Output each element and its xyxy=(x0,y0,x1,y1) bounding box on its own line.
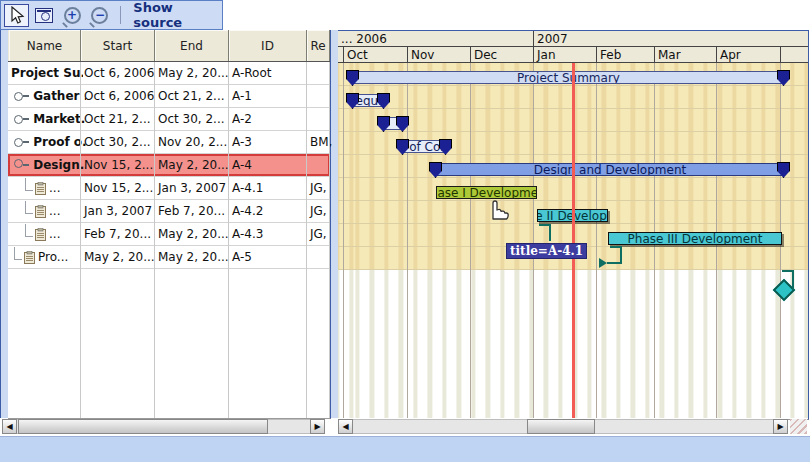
id-cell: A-3 xyxy=(229,131,310,153)
table-row[interactable]: Market...Oct 21, 2...Oct 30, 2...A-2 xyxy=(8,108,330,131)
task-name-cell: Market... xyxy=(9,108,86,130)
tree-collapsed-handle-icon[interactable] xyxy=(14,92,23,101)
end-cell: May 2, 20... xyxy=(155,154,232,176)
zoom-region-icon xyxy=(35,8,53,23)
task-name-cell: ... xyxy=(9,200,83,222)
month-cell-dec: Dec xyxy=(470,47,533,62)
task-name-label: Pro... xyxy=(38,250,68,264)
tree-collapsed-handle-icon[interactable] xyxy=(14,138,23,147)
task-name-label: ... xyxy=(49,204,60,218)
dependency-arrow-icon xyxy=(599,258,607,268)
id-cell: A-4 xyxy=(229,154,310,176)
month-cell-jan: Jan xyxy=(533,47,596,62)
tree-collapsed-handle-icon[interactable] xyxy=(14,115,23,124)
task-name-label: Gather ... xyxy=(33,89,86,103)
task-icon xyxy=(35,182,46,195)
tree-branch-line xyxy=(25,178,33,191)
tree-branch-line xyxy=(14,247,22,260)
start-cell: Nov 15, 2... xyxy=(81,177,158,199)
table-row[interactable]: Project Su...Oct 6, 2006May 2, 20...A-Ro… xyxy=(8,62,330,85)
scrollbar-thumb[interactable] xyxy=(18,419,268,434)
task-name-cell: Proof o... xyxy=(9,131,86,153)
today-line xyxy=(572,63,575,418)
gantt-bar-label: Phase III Development xyxy=(628,232,763,245)
start-cell: Feb 7, 20... xyxy=(81,223,158,245)
gantt-horizontal-scrollbar[interactable]: ◀ ▶ xyxy=(338,419,788,434)
id-cell: A-4.2 xyxy=(229,200,310,222)
end-cell: Oct 21, 2... xyxy=(155,85,232,107)
zoom-region-button[interactable] xyxy=(32,4,57,27)
column-header-end[interactable]: End xyxy=(155,30,229,61)
end-cell: Nov 20, 2... xyxy=(155,131,232,153)
zoom-in-icon: + xyxy=(64,7,81,24)
column-header-id[interactable]: ID xyxy=(229,30,307,61)
end-cell: May 2, 20... xyxy=(155,62,232,84)
column-gridline xyxy=(228,62,229,418)
zoom-in-button[interactable]: + xyxy=(60,4,85,27)
scroll-left-button[interactable]: ◀ xyxy=(338,419,353,434)
table-header: NameStartEndIDRe xyxy=(8,30,330,62)
task-name-label: ... xyxy=(49,227,60,241)
task-name-cell: Pro... xyxy=(9,246,83,268)
start-cell: May 2, 20... xyxy=(81,246,158,268)
table-row[interactable]: Proof o...Oct 30, 2...Nov 20, 2...A-3BM, xyxy=(8,131,330,154)
dependency-line xyxy=(549,224,551,241)
id-cell: A-2 xyxy=(229,108,310,130)
task-name-label: Market... xyxy=(33,112,86,126)
task-name-cell: ... xyxy=(9,177,83,199)
table-row[interactable]: ...Nov 15, 2...Jan 3, 2007A-4.1JG, xyxy=(8,177,330,200)
task-name-cell: ... xyxy=(9,223,83,245)
month-gridline xyxy=(470,63,471,418)
column-header-start[interactable]: Start xyxy=(81,30,155,61)
tree-handle-line xyxy=(23,95,29,97)
tree-branch-line xyxy=(25,201,33,214)
month-gridline xyxy=(533,63,534,418)
column-gridline xyxy=(154,62,155,418)
table-row[interactable]: ...Jan 3, 2007Feb 7, 20...A-4.2JG, xyxy=(8,200,330,223)
tree-expanded-handle-icon[interactable] xyxy=(14,159,23,168)
table-row[interactable]: Gather ...Oct 6, 2006Oct 21, 2...A-1 xyxy=(8,85,330,108)
column-header-re[interactable]: Re xyxy=(307,30,330,61)
scroll-right-button[interactable]: ▶ xyxy=(310,419,325,434)
timeline-year-row: ... 2006 2007 xyxy=(338,31,808,47)
month-cell-oct: Oct xyxy=(343,47,407,62)
month-gridline xyxy=(596,63,597,418)
task-name-label: ... xyxy=(49,181,60,195)
task-icon xyxy=(24,251,35,264)
table-row[interactable]: ...Feb 7, 20...May 2, 20...A-4.3JG, xyxy=(8,223,330,246)
id-cell: A-4.1 xyxy=(229,177,310,199)
month-cell-mar: Mar xyxy=(654,47,716,62)
scroll-right-button[interactable]: ▶ xyxy=(773,419,788,434)
start-cell: Nov 15, 2... xyxy=(81,154,158,176)
scroll-left-button[interactable]: ◀ xyxy=(2,419,17,434)
task-name-cell: Design... xyxy=(9,154,86,176)
select-tool-button[interactable] xyxy=(4,4,29,27)
column-gridline xyxy=(80,62,81,418)
gantt-bar[interactable]: Phase III Development xyxy=(608,232,782,245)
end-cell: Oct 30, 2... xyxy=(155,108,232,130)
tooltip: title=A-4.1 xyxy=(506,243,587,259)
task-name-label: Proof o... xyxy=(33,135,86,149)
tree-handle-line xyxy=(23,141,29,143)
hand-cursor-icon xyxy=(485,193,511,221)
task-name-label: Project Su... xyxy=(11,66,83,80)
end-cell: May 2, 20... xyxy=(155,246,232,268)
column-header-name[interactable]: Name xyxy=(9,30,81,61)
task-icon xyxy=(35,205,46,218)
gantt-bar[interactable]: Design and Development xyxy=(436,163,784,176)
gantt-chart-panel: ... 2006 2007 OctNovDecJanFebMarApr Proj… xyxy=(338,30,809,420)
zoom-out-button[interactable]: − xyxy=(88,4,113,27)
gantt-bar[interactable]: Project Summary xyxy=(353,71,784,84)
column-gridline xyxy=(329,62,330,418)
cursor-arrow-icon xyxy=(8,6,25,24)
dependency-line xyxy=(607,262,622,264)
scrollbar-thumb[interactable] xyxy=(527,419,595,434)
end-cell: Feb 7, 20... xyxy=(155,200,232,222)
table-horizontal-scrollbar[interactable]: ◀ ▶ xyxy=(2,419,325,434)
task-name-cell: Project Su... xyxy=(9,62,83,84)
resize-grip[interactable] xyxy=(790,419,807,434)
id-cell: A-4.3 xyxy=(229,223,310,245)
table-row[interactable]: Pro...May 2, 20...May 2, 20...A-5 xyxy=(8,246,330,269)
show-source-button[interactable]: Show source xyxy=(133,0,222,30)
table-row[interactable]: Design...Nov 15, 2...May 2, 20...A-4 xyxy=(8,154,330,177)
